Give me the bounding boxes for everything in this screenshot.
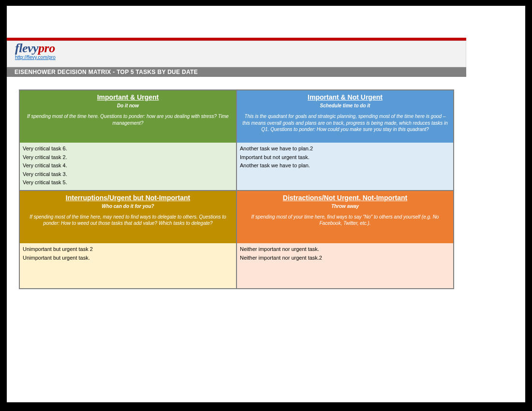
q1-title: Important & Urgent xyxy=(24,93,232,101)
q2-desc: This is the quadrant for goals and strat… xyxy=(241,113,449,133)
q3-header: Interruptions/Urgent but Not-Important W… xyxy=(20,191,236,243)
q3-subtitle: Who can do it for you? xyxy=(24,204,232,209)
list-item: Very critical task 3. xyxy=(22,170,234,179)
list-item: Very critical task 5. xyxy=(22,178,234,187)
logo-flevy: flevy xyxy=(15,41,38,55)
page-title: EISENHOWER DECISION MATRIX - TOP 5 TASKS… xyxy=(15,69,198,75)
q2-body: Another task we have to plan.2 Important… xyxy=(237,143,453,190)
list-item: Very critical task 4. xyxy=(22,161,234,170)
q4-header: Distractions/Not Urgent, Not-Important T… xyxy=(237,191,453,243)
logo-url-link[interactable]: http://flevy.com/pro xyxy=(15,55,56,60)
q2-title: Important & Not Urgent xyxy=(241,93,449,101)
list-item: Very critical task 2. xyxy=(22,153,234,162)
list-item: Another task we have to plan.2 xyxy=(239,145,451,153)
q2-subtitle: Schedule time to do it xyxy=(241,103,449,108)
q4-desc: If spending most of your time here, find… xyxy=(241,214,449,227)
list-item: Important but not urgent task. xyxy=(239,153,451,162)
quadrant-interruptions: Interruptions/Urgent but Not-Important W… xyxy=(19,191,236,289)
q4-title: Distractions/Not Urgent, Not-Important xyxy=(241,194,449,202)
title-bar: EISENHOWER DECISION MATRIX - TOP 5 TASKS… xyxy=(7,67,466,77)
quadrant-distractions: Distractions/Not Urgent, Not-Important T… xyxy=(236,191,454,289)
list-item: Neither important nor urgent task. xyxy=(239,245,451,254)
q1-desc: If spending most of the time here. Quest… xyxy=(24,113,232,126)
q3-body: Unimportant but urgent task 2 Unimportan… xyxy=(20,243,236,288)
q1-subtitle: Do it now xyxy=(24,103,232,108)
q1-header: Important & Urgent Do it now If spending… xyxy=(20,90,236,143)
q3-title: Interruptions/Urgent but Not-Important xyxy=(24,194,232,202)
list-item: Unimportant but urgent task. xyxy=(22,254,234,263)
quadrant-important-not-urgent: Important & Not Urgent Schedule time to … xyxy=(236,90,454,191)
list-item: Neither important nor urgent task.2 xyxy=(239,254,451,263)
logo-text: flevypro xyxy=(15,42,55,55)
quadrant-important-urgent: Important & Urgent Do it now If spending… xyxy=(19,90,236,191)
logo-block: flevypro http://flevy.com/pro xyxy=(15,42,56,60)
list-item: Another task we have to plan. xyxy=(239,161,451,170)
q1-body: Very critical task 6. Very critical task… xyxy=(20,143,236,190)
header-band: flevypro http://flevy.com/pro xyxy=(7,41,466,67)
q2-header: Important & Not Urgent Schedule time to … xyxy=(237,90,453,143)
q4-subtitle: Throw away xyxy=(241,204,449,209)
document-page: flevypro http://flevy.com/pro EISENHOWER… xyxy=(7,6,525,402)
logo-pro: pro xyxy=(38,41,55,55)
q4-body: Neither important nor urgent task. Neith… xyxy=(237,243,453,288)
list-item: Very critical task 6. xyxy=(22,145,234,153)
q3-desc: If spending most of the time here, may n… xyxy=(24,214,232,227)
list-item: Unimportant but urgent task 2 xyxy=(22,245,234,254)
eisenhower-matrix: Important & Urgent Do it now If spending… xyxy=(19,89,454,289)
